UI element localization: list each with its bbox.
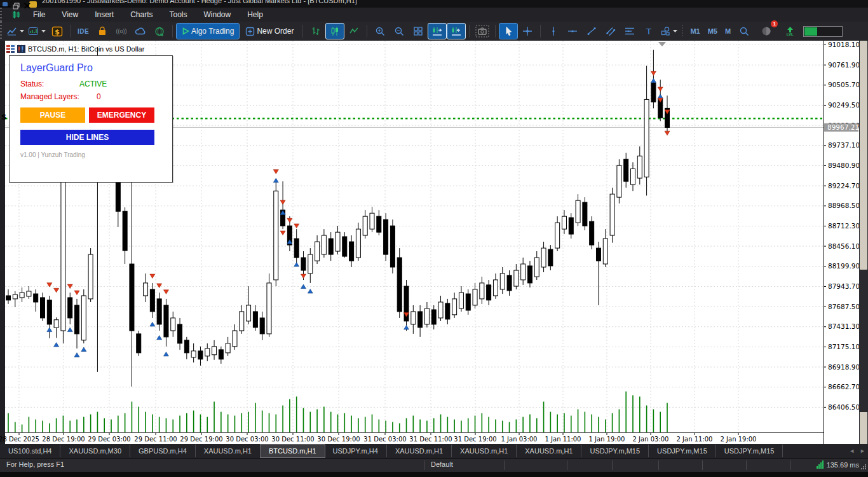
chart-tab-xauusd-m-h1[interactable]: XAUUSD.m,H1: [517, 445, 581, 457]
tab-scroll-left-icon[interactable]: ◄: [849, 448, 855, 454]
candle-bull: [514, 270, 519, 286]
trendline-icon: [587, 26, 597, 36]
cursor-button[interactable]: [499, 24, 517, 39]
community-button[interactable]: [151, 24, 168, 39]
tab-scroll-right-icon[interactable]: ►: [860, 448, 865, 454]
chart-tab-gbpusd-m-h4[interactable]: GBPUSD.m,H4: [130, 445, 196, 457]
new-order-button[interactable]: New Order: [240, 24, 299, 39]
candle-bear: [137, 334, 141, 353]
candle-bull: [240, 312, 244, 331]
chart-tab-usdjpy-m-m15[interactable]: USDJPY.m,M15: [716, 445, 783, 457]
menu-insert[interactable]: Insert: [86, 8, 122, 22]
chart-tab-us100-std-h4[interactable]: US100.std,H4: [0, 445, 60, 457]
candle-bear: [384, 219, 388, 254]
chart-tab-xauusd-m-h1[interactable]: XAUUSD.m,H1: [196, 445, 261, 457]
crosshair-button[interactable]: [519, 24, 536, 39]
vertical-line-icon: [549, 26, 558, 36]
chart-tab-usdjpy-m-m15[interactable]: USDJPY.m,M15: [581, 445, 649, 457]
line-chart-icon: [349, 26, 359, 36]
candlestick-mode-button[interactable]: [326, 24, 344, 39]
text-tool-button[interactable]: T: [640, 24, 658, 39]
metaeditor-button[interactable]: IDE: [74, 24, 92, 39]
chart-tab-xauusd-m-m30[interactable]: XAUUSD.m,M30: [60, 445, 130, 457]
chart-tab-xauusd-m-h1[interactable]: XAUUSD.m,H1: [452, 445, 517, 457]
candle-bear: [260, 318, 264, 334]
price-label: 90249.50: [828, 101, 860, 109]
chart-type-button[interactable]: [5, 24, 25, 39]
price-label: 87175.10: [828, 343, 860, 350]
currency-button[interactable]: $: [48, 24, 66, 39]
candle-bull: [308, 254, 313, 273]
emergency-button[interactable]: EMERGENCY: [89, 107, 154, 123]
connection-status[interactable]: 135.69 ms: [817, 460, 859, 469]
profile-name[interactable]: Default: [431, 460, 453, 468]
menu-view[interactable]: View: [53, 8, 86, 22]
screenshot-button[interactable]: [473, 24, 491, 39]
chart-tab-usdjpy-m-h4[interactable]: USDJPY.m,H4: [325, 445, 387, 457]
resize-grip[interactable]: [860, 464, 867, 470]
scrollbar-thumb[interactable]: [860, 41, 867, 270]
grid-icon: [413, 26, 423, 36]
timeframe-m1[interactable]: M1: [686, 27, 703, 35]
algo-trading-button[interactable]: Algo Trading: [177, 24, 239, 39]
chart-shift-icon: [451, 26, 462, 37]
candle-bull: [20, 293, 24, 298]
candle-bear: [157, 299, 161, 324]
tile-windows-button[interactable]: [409, 24, 427, 39]
vertical-scrollbar[interactable]: [859, 41, 868, 448]
time-label: 31 Dec 11:00: [409, 436, 452, 443]
market-button[interactable]: [93, 24, 111, 39]
chart-profile-button[interactable]: [27, 24, 47, 39]
help-hint: For Help, press F1: [6, 460, 64, 468]
zoom-in-button[interactable]: [371, 24, 389, 39]
candle-bear: [68, 298, 72, 318]
auto-scroll-button[interactable]: [428, 24, 446, 39]
panel-title: LayerGuard Pro: [20, 62, 93, 74]
pause-button[interactable]: PAUSE: [20, 107, 85, 123]
vertical-line-button[interactable]: [545, 24, 562, 39]
candle-bull: [630, 169, 635, 184]
time-label: 1 Jan 03:00: [501, 436, 538, 443]
line-chart-mode-button[interactable]: [345, 24, 363, 39]
auto-scroll-icon: [431, 26, 443, 37]
menu-window[interactable]: Window: [196, 8, 240, 22]
candle-bull: [637, 156, 642, 178]
chart-shift-button[interactable]: [447, 24, 465, 39]
signals-button[interactable]: ((o)): [112, 24, 130, 39]
zoom-out-button[interactable]: [390, 24, 408, 39]
notifications-button[interactable]: 1: [757, 24, 775, 39]
candle-bear: [390, 226, 395, 267]
menu-charts[interactable]: Charts: [122, 8, 161, 22]
candle-bear: [329, 238, 333, 254]
candle-bull: [226, 343, 230, 353]
timeframe-m5[interactable]: M5: [704, 27, 721, 35]
minimize-icon[interactable]: —: [0, 1, 10, 11]
time-label: 29 Dec 03:00: [88, 436, 130, 443]
menu-tools[interactable]: Tools: [161, 8, 196, 22]
candle-bull: [438, 302, 443, 318]
menu-bar: File View Insert Charts Tools Window Hel…: [0, 8, 868, 22]
chart-tab-usdjpy-m-m15[interactable]: USDJPY.m,M15: [649, 445, 716, 457]
menu-help[interactable]: Help: [239, 8, 271, 22]
child-window-controls: — ✕: [0, 0, 31, 12]
shapes-button[interactable]: [659, 24, 679, 39]
cloud-button[interactable]: [132, 24, 149, 39]
chart-tab-btcusd-m-h1[interactable]: BTCUSD.m,H1: [261, 445, 325, 457]
chart-tab-xauusd-m-h1[interactable]: XAUUSD.m,H1: [387, 445, 452, 457]
channel-button[interactable]: [602, 24, 620, 39]
timeframe-m15[interactable]: M: [721, 27, 735, 35]
levels-button[interactable]: LVL: [781, 24, 799, 39]
fibonacci-button[interactable]: [621, 24, 639, 39]
title-bar: 2001061990 - JustMarkets-Demo: Demo Acco…: [0, 0, 868, 8]
trendline-button[interactable]: [583, 24, 600, 39]
candle-bear: [253, 312, 257, 328]
restore-icon[interactable]: [13, 1, 22, 11]
horizontal-line-button[interactable]: [564, 24, 581, 39]
close-icon[interactable]: ✕: [23, 1, 31, 11]
candle-bear: [150, 289, 154, 312]
bar-chart-mode-button[interactable]: [307, 24, 325, 39]
candle-bull: [411, 312, 416, 324]
search-button[interactable]: [735, 24, 753, 39]
chart-mini-icon: [17, 45, 25, 53]
hide-lines-button[interactable]: HIDE LINES: [20, 130, 154, 145]
